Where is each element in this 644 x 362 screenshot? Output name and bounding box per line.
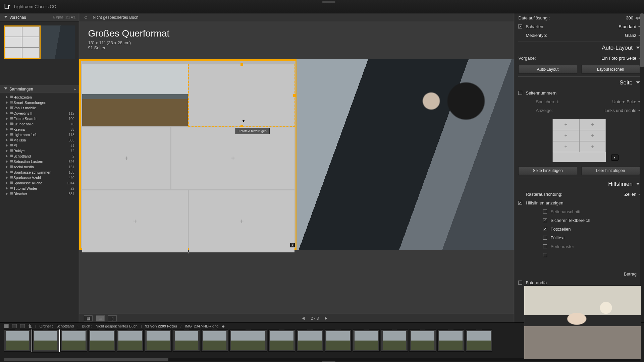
filmstrip-scrollbar-thumb[interactable] <box>4 358 168 361</box>
collapse-icon[interactable] <box>4 16 7 18</box>
preview-zoom-options[interactable]: Einpas. 1:1 4:1 <box>53 15 76 19</box>
preview-page-left[interactable] <box>4 25 41 59</box>
add-page-button[interactable]: Seite hinzufügen <box>518 166 577 175</box>
filmstrip-thumb[interactable]: 1 <box>229 329 267 352</box>
photo-cell[interactable]: + <box>82 127 170 189</box>
collection-item[interactable]: Schottland2 <box>0 154 79 159</box>
photo-cell[interactable]: + <box>82 190 188 252</box>
preset-row[interactable]: Vorgabe: Ein Foto pro Seite▾ <box>518 54 640 62</box>
pagenumbers-checkbox[interactable] <box>518 91 522 95</box>
photo-cell[interactable]: + <box>189 190 294 252</box>
guide-cells-checkbox[interactable] <box>543 227 547 231</box>
resize-handle[interactable] <box>240 63 243 66</box>
expand-icon[interactable] <box>6 123 8 125</box>
bottom-grip[interactable] <box>322 361 335 362</box>
guide-pagegrid-checkbox[interactable] <box>543 244 547 248</box>
photo-cell[interactable]: + <box>171 127 295 189</box>
filmstrip-thumb[interactable]: 1 <box>145 329 172 352</box>
guide-filltext-checkbox[interactable] <box>543 236 547 240</box>
collection-item[interactable]: Von Lr mobile <box>0 105 79 111</box>
expand-icon[interactable] <box>6 107 8 109</box>
right-scrollbar-thumb[interactable] <box>640 13 644 67</box>
expand-icon[interactable] <box>6 155 8 158</box>
expand-icon[interactable] <box>6 112 8 115</box>
next-page-icon[interactable] <box>325 317 327 320</box>
add-collection-icon[interactable]: + <box>73 86 76 92</box>
guide-bleed-checkbox[interactable] <box>543 209 547 214</box>
filmstrip-thumb[interactable]: 1 <box>466 329 492 352</box>
collection-item[interactable]: Gruppenbild76 <box>0 121 79 127</box>
filmstrip-thumb[interactable]: 1 <box>201 329 228 352</box>
autolayout-section-header[interactable]: Auto-Layout <box>518 42 640 54</box>
sharpen-checkbox[interactable] <box>518 24 522 28</box>
page-options-button[interactable]: ▾ <box>290 243 295 247</box>
mediatype-row[interactable]: Medientyp: Glanz▾ <box>518 31 640 40</box>
collection-item[interactable]: social media161 <box>0 164 79 170</box>
expand-icon[interactable] <box>6 144 8 147</box>
expand-icon[interactable] <box>6 149 8 152</box>
guide-filltext-row[interactable]: Fülltext <box>518 233 640 242</box>
primary-monitor-icon[interactable] <box>4 324 9 328</box>
window-grip[interactable] <box>322 1 335 3</box>
guide-bleed-row[interactable]: Seitenanschnitt <box>518 207 640 216</box>
spread-view-button[interactable]: ▭ <box>96 315 105 321</box>
pagenumbers-row[interactable]: Seitennummern <box>518 88 640 97</box>
collection-item[interactable]: Tutorial Winter22 <box>0 186 79 191</box>
expand-icon[interactable] <box>6 128 8 131</box>
filmstrip-thumb[interactable]: 1 <box>381 329 408 352</box>
filmstrip-thumb[interactable]: 1 <box>89 329 115 352</box>
expand-icon[interactable] <box>6 117 8 120</box>
filmstrip-thumb[interactable]: 1 <box>32 329 59 352</box>
collection-item[interactable]: Sebastian Lastern546 <box>0 159 79 164</box>
grid-snap-row[interactable]: Rasterausrichtung: Zellen▾ <box>518 190 640 198</box>
collapse-icon[interactable] <box>4 87 7 89</box>
resize-handle[interactable] <box>293 94 296 97</box>
filmstrip-thumb[interactable]: 1 <box>173 329 200 352</box>
collection-item[interactable]: Lightroom 1x1113 <box>0 132 79 137</box>
expand-icon[interactable] <box>6 182 8 184</box>
collection-item[interactable]: Rukiye72 <box>0 148 79 154</box>
preset-value[interactable]: Ein Foto pro Seite <box>601 56 636 61</box>
collection-item[interactable]: Dirscher551 <box>0 191 79 196</box>
preview-page-right[interactable] <box>41 25 75 59</box>
collection-item[interactable]: Excire Search100 <box>0 116 79 121</box>
preview-section-header[interactable]: Vorschau Einpas. 1:1 4:1 <box>0 13 79 21</box>
grid-icon[interactable] <box>20 324 25 328</box>
collection-item[interactable]: Sparkasse Azubi440 <box>0 175 79 180</box>
guide-hidden-row[interactable] <box>518 251 640 259</box>
filmstrip-thumb[interactable]: 1 <box>437 329 464 352</box>
filmstrip-thumb[interactable]: 1 <box>117 329 144 352</box>
page-section-header[interactable]: Seite <box>518 76 640 88</box>
collection-item[interactable]: Sparkasse Küche1014 <box>0 180 79 186</box>
autolayout-button[interactable]: Auto-Layout <box>518 65 577 74</box>
single-view-button[interactable]: ▯ <box>108 315 117 321</box>
show-guides-checkbox[interactable] <box>518 201 522 205</box>
layout-more-button[interactable]: ▾ <box>611 155 619 161</box>
guide-hidden-checkbox[interactable] <box>543 253 547 257</box>
add-photo-text-tooltip[interactable]: Fototext hinzufügen <box>235 128 269 134</box>
photoborder-checkbox[interactable] <box>518 281 522 285</box>
add-blank-button[interactable]: Leer hinzufügen <box>581 166 640 175</box>
path-book[interactable]: Nicht gespeichertes Buch <box>96 324 138 328</box>
mediatype-value[interactable]: Glanz <box>625 33 636 38</box>
page-right[interactable]: 3 <box>297 59 514 250</box>
prev-page-icon[interactable] <box>302 317 305 320</box>
collections-section-header[interactable]: Sammlungen + <box>0 85 79 93</box>
collapse-icon[interactable] <box>636 47 640 49</box>
expand-icon[interactable] <box>6 133 8 136</box>
expand-icon[interactable] <box>6 101 8 104</box>
sharpen-row[interactable]: Schärfen: Standard▾ <box>518 22 640 31</box>
expand-icon[interactable] <box>6 192 8 195</box>
collapse-icon[interactable] <box>636 81 640 84</box>
expand-icon[interactable] <box>6 160 8 163</box>
collection-item[interactable]: Melissa303 <box>0 137 79 143</box>
guide-safetext-checkbox[interactable] <box>543 218 547 222</box>
collapse-icon[interactable] <box>636 183 640 185</box>
filmstrip-thumb[interactable]: 1 <box>325 329 352 352</box>
filmstrip-thumb[interactable]: 1 <box>60 329 87 352</box>
secondary-monitor-icon[interactable] <box>12 324 17 328</box>
expand-icon[interactable] <box>6 96 8 99</box>
guide-pagegrid-row[interactable]: Seitenraster <box>518 242 640 251</box>
expand-icon[interactable] <box>6 139 8 141</box>
file-resolution-value[interactable]: 300 <box>626 15 633 20</box>
